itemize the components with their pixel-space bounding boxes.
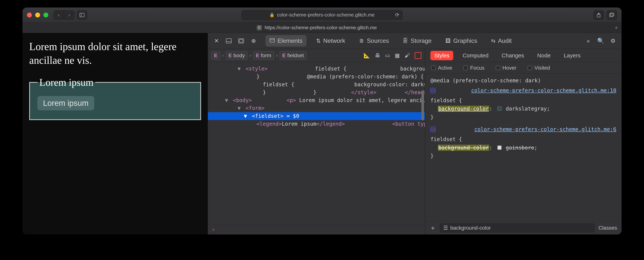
breadcrumb-root[interactable]: E [211, 51, 220, 60]
tab-graphics-label: Graphics [453, 37, 477, 44]
url-text: color-scheme-prefers-color-scheme.glitch… [277, 12, 375, 18]
rendered-page: Lorem ipsum dolor sit amet, legere ancil… [22, 33, 208, 234]
braces-icon[interactable]: {} [430, 88, 436, 93]
styles-tab-changes[interactable]: Changes [498, 51, 528, 60]
pseudo-hover[interactable]: Hover [496, 65, 516, 71]
source-link-1[interactable]: color-scheme-prefers-color-scheme.glitch… [471, 86, 616, 95]
page-button[interactable]: Lorem ipsum [38, 96, 94, 110]
settings-icon[interactable]: ⚙ [609, 37, 617, 45]
tab-storage[interactable]: 🗄 Storage [398, 35, 436, 47]
devtools-tabs: Elements ⇅ Network 🗎 Sources 🗄 Storage [266, 35, 516, 47]
print-icon[interactable]: 🖶 [375, 52, 380, 59]
rule2-prop[interactable]: background-color: gainsboro; [430, 144, 616, 152]
layout-toggle-icon[interactable] [415, 52, 422, 59]
minimize-window-button[interactable] [35, 13, 40, 18]
grid-icon[interactable]: ▦ [395, 52, 400, 59]
filter-icon: ☰ [443, 225, 448, 231]
browser-window: ‹ › 🔒 color-scheme-prefers-color-scheme.… [22, 8, 622, 234]
forward-button[interactable]: › [64, 10, 74, 20]
breadcrumb-fieldset[interactable]: Efieldset [280, 51, 307, 60]
tab-title: https://color-scheme-prefers-color-schem… [264, 25, 377, 31]
devtools-toolbar: ✕ ⊕ Elements ⇅ Network 🗎 Sources [208, 33, 622, 49]
dom-breadcrumb: E › Ebody › Eform › Efieldset 📐 🖶 ▭ ▦ 🖌 [208, 49, 425, 62]
share-button[interactable] [594, 10, 604, 20]
sidebar-toggle-button[interactable] [77, 10, 87, 20]
window-controls [27, 13, 48, 18]
search-icon[interactable]: 🔍 [596, 37, 605, 45]
tab-graphics[interactable]: 🖼 Graphics [441, 35, 481, 47]
dom-selected-node[interactable]: ▼ <fieldset> = $0 [208, 112, 425, 120]
styles-footer: ＋ ☰ background-color Classes [425, 221, 622, 234]
styles-panel: Styles Computed Changes Node Layers Acti… [425, 49, 622, 234]
svg-rect-6 [226, 39, 232, 43]
classes-button[interactable]: Classes [598, 225, 617, 231]
target-icon[interactable]: ⊕ [249, 37, 258, 45]
tab-network-label: Network [323, 37, 345, 44]
braces-icon[interactable]: {} [430, 127, 436, 132]
styles-tab-node[interactable]: Node [533, 51, 554, 60]
address-bar[interactable]: 🔒 color-scheme-prefers-color-scheme.glit… [242, 10, 402, 20]
close-window-button[interactable] [27, 13, 32, 18]
titlebar: ‹ › 🔒 color-scheme-prefers-color-scheme.… [22, 8, 622, 23]
devtools-body: E › Ebody › Eform › Efieldset 📐 🖶 ▭ ▦ 🖌 [208, 49, 622, 234]
pseudo-focus[interactable]: Focus [463, 65, 484, 71]
tab-audit[interactable]: ⇆ Audit [487, 35, 516, 47]
reload-icon[interactable]: ⟳ [395, 12, 399, 18]
zoom-window-button[interactable] [44, 13, 48, 18]
graphics-icon: 🖼 [445, 38, 450, 44]
storage-icon: 🗄 [403, 38, 408, 44]
rule-source-1: {} color-scheme-prefers-color-scheme.gli… [430, 86, 616, 95]
back-button[interactable]: ‹ [54, 10, 64, 20]
tabs-overview-button[interactable] [606, 10, 617, 20]
device-icon[interactable]: ▭ [385, 52, 390, 59]
elements-icon [270, 38, 275, 44]
ruler-icon[interactable]: 📐 [364, 52, 370, 59]
add-rule-button[interactable]: ＋ [430, 224, 436, 232]
svg-rect-10 [270, 39, 274, 42]
pseudo-visited[interactable]: Visited [528, 65, 550, 71]
tab-elements[interactable]: Elements [266, 35, 306, 47]
source-link-2[interactable]: color-scheme-prefers-color-scheme.glitch… [474, 125, 616, 134]
swatch-darkslategray[interactable] [498, 106, 502, 111]
page-legend: Lorem ipsum [38, 77, 95, 88]
dom-tree[interactable]: ▼ <style> fieldset { background-color: g… [208, 62, 425, 224]
dom-scrollbar[interactable] [422, 90, 424, 120]
styles-tabs: Styles Computed Changes Node Layers [425, 49, 622, 62]
page-fieldset: Lorem ipsum Lorem ipsum [29, 77, 201, 120]
close-devtools-icon[interactable]: ✕ [212, 37, 220, 45]
style-rules[interactable]: @media (prefers-color-scheme: dark) {} c… [425, 74, 622, 221]
tab-elements-label: Elements [278, 37, 302, 44]
favicon-icon: C [257, 25, 262, 30]
tab-network[interactable]: ⇅ Network [312, 35, 349, 47]
console-prompt[interactable]: › [208, 224, 425, 234]
dock-bottom-icon[interactable] [225, 37, 233, 45]
tab-audit-label: Audit [498, 37, 512, 44]
browser-tab[interactable]: C https://color-scheme-prefers-color-sch… [22, 25, 611, 31]
elements-panel: E › Ebody › Eform › Efieldset 📐 🖶 ▭ ▦ 🖌 [208, 49, 425, 234]
media-query-label: @media (prefers-color-scheme: dark) [430, 77, 616, 85]
pseudo-active[interactable]: Active [431, 65, 452, 71]
tab-bar: C https://color-scheme-prefers-color-sch… [22, 23, 622, 33]
tab-sources[interactable]: 🗎 Sources [355, 35, 393, 47]
overflow-icon[interactable]: » [584, 37, 592, 45]
styles-filter-input[interactable]: ☰ background-color [440, 223, 594, 232]
styles-tab-computed[interactable]: Computed [459, 51, 492, 60]
svg-rect-5 [610, 13, 614, 16]
new-tab-button[interactable]: + [611, 25, 622, 31]
styles-tab-layers[interactable]: Layers [560, 51, 584, 60]
rule1-prop[interactable]: background-color: darkslategray; [430, 105, 616, 113]
breadcrumb-body[interactable]: Ebody [226, 51, 248, 60]
nav-buttons: ‹ › [54, 10, 74, 20]
network-icon: ⇅ [316, 38, 320, 44]
svg-rect-9 [240, 40, 243, 42]
pseudo-toggles: Active Focus Hover Visited [425, 62, 622, 74]
devtools: ✕ ⊕ Elements ⇅ Network 🗎 Sources [208, 33, 622, 234]
svg-rect-0 [80, 13, 84, 17]
swatch-gainsboro[interactable] [498, 146, 502, 150]
styles-tab-styles[interactable]: Styles [430, 51, 453, 60]
tab-storage-label: Storage [410, 37, 432, 44]
paint-icon[interactable]: 🖌 [404, 52, 410, 59]
dock-side-icon[interactable] [237, 37, 245, 45]
breadcrumb-form[interactable]: Eform [253, 51, 274, 60]
lock-icon: 🔒 [270, 13, 274, 18]
